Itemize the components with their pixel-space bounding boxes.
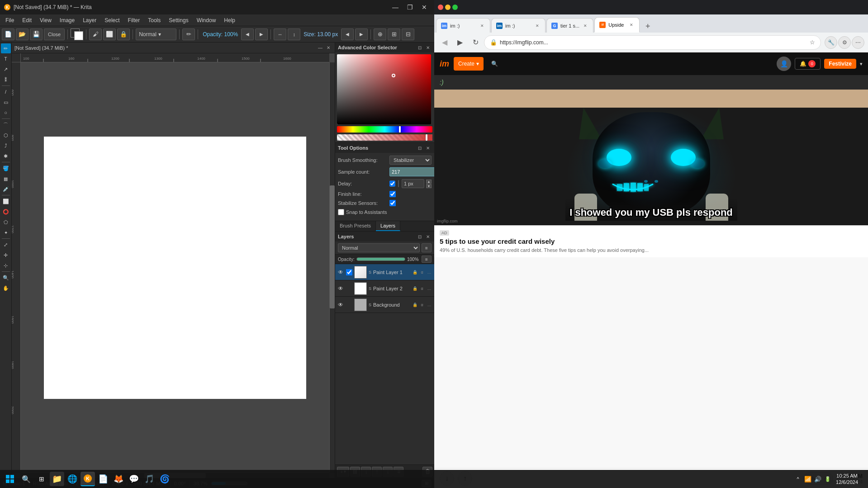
- taskbar-clock[interactable]: 10:25 AM 12/6/2024: [833, 473, 861, 486]
- layer-check-0[interactable]: [346, 269, 352, 275]
- tab-close-0[interactable]: ✕: [479, 23, 485, 29]
- browser-max-dot[interactable]: [452, 5, 458, 10]
- layers-blend-dropdown[interactable]: Normal: [338, 243, 420, 252]
- finish-line-checkbox[interactable]: [389, 191, 396, 197]
- tool-zoom[interactable]: 🔍: [1, 273, 11, 283]
- forward-button[interactable]: ▶: [453, 36, 467, 49]
- maximize-button[interactable]: ❐: [403, 3, 416, 12]
- imgflip-username[interactable]: Festivize: [824, 59, 856, 69]
- alpha-lock-btn[interactable]: 🔒: [117, 28, 130, 40]
- back-button[interactable]: ◀: [438, 36, 451, 49]
- menu-layer[interactable]: Layer: [79, 16, 100, 24]
- browser-close-dot[interactable]: [438, 5, 443, 10]
- taskbar-spotify[interactable]: 🎵: [142, 472, 157, 486]
- tool-crop[interactable]: ⊹: [1, 261, 11, 270]
- layer-eye-0[interactable]: 👁: [337, 269, 344, 276]
- tab-close-1[interactable]: ✕: [534, 23, 541, 29]
- menu-settings[interactable]: Settings: [165, 16, 192, 24]
- create-button[interactable]: Create ▾: [454, 57, 484, 71]
- systray-network[interactable]: 📶: [803, 472, 812, 486]
- menu-select[interactable]: Select: [101, 16, 123, 24]
- tool-fill[interactable]: 🪣: [1, 163, 11, 173]
- flip-h-btn[interactable]: ↔: [274, 28, 286, 40]
- menu-view[interactable]: View: [36, 16, 55, 24]
- menu-filter[interactable]: Filter: [124, 16, 144, 24]
- paint-tool-btn[interactable]: ✏: [182, 28, 195, 40]
- ad-title[interactable]: 5 tips to use your credit card wisely: [440, 237, 863, 245]
- taskbar-browser[interactable]: 🌐: [65, 472, 80, 486]
- color-selector-float-btn[interactable]: ⊡: [416, 44, 423, 51]
- layer-action-alpha-0[interactable]: α: [419, 269, 425, 275]
- snap-assistants-checkbox[interactable]: [338, 209, 344, 215]
- refresh-button[interactable]: ↻: [469, 36, 482, 49]
- foreground-color[interactable]: [71, 28, 83, 40]
- browser-tab-3[interactable]: if Upside ✕: [594, 17, 640, 33]
- layer-action-more-2[interactable]: …: [426, 302, 432, 308]
- mirror-btn[interactable]: ⊕: [374, 28, 386, 40]
- menu-image[interactable]: Image: [56, 16, 78, 24]
- layer-item-2[interactable]: 👁 S Background 🔒 α …: [335, 297, 434, 313]
- star-icon[interactable]: ☆: [810, 39, 815, 46]
- tab-layers[interactable]: Layers: [376, 221, 400, 231]
- imgflip-user-avatar[interactable]: 👤: [777, 57, 791, 71]
- tool-transform[interactable]: ⤢: [1, 240, 11, 250]
- hue-slider[interactable]: [337, 126, 432, 133]
- layer-action-alpha-2[interactable]: α: [419, 302, 425, 308]
- tool-options-float-btn[interactable]: ⊡: [416, 144, 423, 152]
- browser-tab-2[interactable]: G tier 1 s... ✕: [546, 18, 593, 33]
- opacity-slider[interactable]: [356, 257, 405, 261]
- taskbar-search[interactable]: 🔍: [19, 472, 33, 486]
- tool-options-header[interactable]: Tool Options ⊡ ✕: [335, 143, 434, 153]
- taskbar-discord[interactable]: 💬: [127, 472, 141, 486]
- layers-float-btn[interactable]: ⊡: [416, 233, 423, 240]
- taskbar-krita[interactable]: K: [81, 472, 95, 486]
- opacity-increase-btn[interactable]: ▶: [255, 28, 268, 40]
- taskbar-taskview[interactable]: ⊞: [34, 472, 49, 486]
- save-button[interactable]: 💾: [30, 28, 43, 40]
- delay-up[interactable]: ▲: [426, 180, 432, 184]
- tab-brush-presets[interactable]: Brush Presets: [335, 221, 376, 231]
- color-selector-close-btn[interactable]: ✕: [424, 44, 432, 51]
- menu-window[interactable]: Window: [193, 16, 220, 24]
- tool-move[interactable]: ✛: [1, 250, 11, 260]
- tool-options-close-btn[interactable]: ✕: [424, 144, 432, 152]
- tool-line[interactable]: /: [1, 87, 11, 97]
- systray-volume[interactable]: 🔊: [813, 472, 822, 486]
- tool-polyline[interactable]: ⤴: [1, 141, 11, 151]
- start-button[interactable]: [2, 471, 18, 487]
- tool-select-rect[interactable]: ⬜: [1, 196, 11, 206]
- canvas-viewport[interactable]: 100 160 1200 1300 1400 1500 1600: [12, 53, 335, 478]
- layer-eye-2[interactable]: 👁: [337, 301, 344, 308]
- taskbar-word[interactable]: 📄: [96, 472, 110, 486]
- browser-min-dot[interactable]: [445, 5, 451, 10]
- color-gradient-area[interactable]: [337, 54, 431, 124]
- tool-pan[interactable]: ✋: [1, 283, 11, 293]
- systray-battery[interactable]: 🔋: [823, 472, 832, 486]
- eraser-mode-btn[interactable]: ⬜: [103, 28, 116, 40]
- size-increase-btn[interactable]: ▶: [355, 28, 368, 40]
- layer-item-1[interactable]: 👁 S Paint Layer 2 🔒 α …: [335, 280, 434, 297]
- tool-colorpicker[interactable]: 💉: [1, 184, 11, 194]
- ext-btn-1[interactable]: 🔧: [825, 36, 837, 49]
- tab-close-2[interactable]: ✕: [582, 23, 588, 29]
- opacity-decrease-btn[interactable]: ◀: [241, 28, 254, 40]
- new-tab-button[interactable]: +: [641, 20, 654, 33]
- color-selector-header[interactable]: Advanced Color Selector ⊡ ✕: [335, 43, 434, 52]
- layer-action-lock-0[interactable]: 🔒: [412, 269, 418, 275]
- size-decrease-btn[interactable]: ◀: [341, 28, 354, 40]
- tab-close-3[interactable]: ✕: [628, 22, 635, 28]
- tool-select-contiguous[interactable]: ✦: [1, 227, 11, 237]
- tool-star[interactable]: ✱: [1, 151, 11, 161]
- menu-edit[interactable]: Edit: [19, 16, 35, 24]
- alpha-slider[interactable]: [337, 134, 432, 141]
- brush-mode-btn[interactable]: 🖌: [89, 28, 102, 40]
- open-button[interactable]: 📂: [16, 28, 28, 40]
- tool-text[interactable]: T: [1, 54, 11, 64]
- browser-tab-0[interactable]: im im :) ✕: [436, 18, 490, 33]
- blend-mode-dropdown[interactable]: Normal ▾: [136, 28, 176, 40]
- layer-eye-1[interactable]: 👁: [337, 285, 344, 292]
- taskbar-explorer[interactable]: 📁: [50, 472, 64, 486]
- opacity-options-btn[interactable]: ≡: [422, 256, 432, 263]
- scrollbar-v-thumb[interactable]: [330, 185, 335, 308]
- imgflip-notifications[interactable]: 🔔 0: [795, 58, 821, 70]
